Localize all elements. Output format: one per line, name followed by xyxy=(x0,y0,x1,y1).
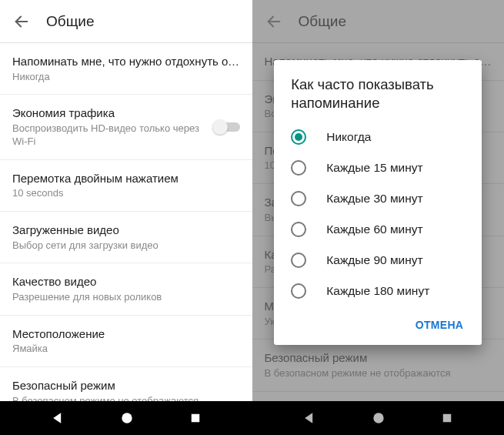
dialog-scrim[interactable]: Как часто показывать напоминание Никогда… xyxy=(252,0,505,435)
phone-right: Общие Напоминать мне, что нужно отдохнут… xyxy=(252,0,505,435)
radio-icon xyxy=(291,222,306,237)
radio-icon xyxy=(291,160,306,176)
toggle-switch[interactable] xyxy=(212,119,240,135)
radio-icon xyxy=(291,253,306,268)
settings-item[interactable]: МестоположениеЯмайка xyxy=(0,316,252,367)
option-label: Каждые 15 минут xyxy=(326,161,422,175)
nav-back[interactable] xyxy=(50,410,65,426)
dialog-option[interactable]: Каждые 90 минут xyxy=(274,245,482,276)
item-title: Местоположение xyxy=(12,326,240,342)
item-title: Качество видео xyxy=(12,274,240,289)
radio-icon xyxy=(291,129,306,145)
settings-item[interactable]: Загруженные видеоВыбор сети для загрузки… xyxy=(0,212,252,263)
item-title: Безопасный режим xyxy=(12,378,240,393)
nav-home[interactable] xyxy=(119,410,135,426)
nav-recent[interactable] xyxy=(189,411,202,425)
dialog-option[interactable]: Каждые 60 минут xyxy=(274,214,482,245)
option-label: Каждые 180 минут xyxy=(326,284,429,298)
appbar-title: Общие xyxy=(46,13,94,30)
dialog-title: Как часто показывать напоминание xyxy=(274,75,482,122)
dialog-actions: ОТМЕНА xyxy=(274,306,482,340)
option-label: Каждые 30 минут xyxy=(326,192,422,206)
appbar: Общие xyxy=(0,0,252,43)
item-subtitle: Никогда xyxy=(12,71,240,84)
svg-rect-2 xyxy=(191,414,199,423)
svg-point-1 xyxy=(122,413,132,423)
radio-icon xyxy=(291,191,306,206)
item-subtitle: Ямайка xyxy=(12,343,240,356)
reminder-dialog: Как часто показывать напоминание Никогда… xyxy=(274,60,482,345)
android-navbar xyxy=(0,401,252,435)
settings-item[interactable]: Качество видеоРазрешение для новых ролик… xyxy=(0,263,252,315)
dialog-option[interactable]: Каждые 15 минут xyxy=(274,152,482,183)
back-button[interactable] xyxy=(6,6,37,37)
radio-icon xyxy=(291,283,306,299)
settings-item[interactable]: Экономия трафикаВоспроизводить HD-видео … xyxy=(0,95,252,159)
item-subtitle: В безопасном режиме не отображаются xyxy=(12,395,240,401)
item-subtitle: Воспроизводить HD-видео только через Wi-… xyxy=(12,122,206,149)
dialog-option[interactable]: Каждые 180 минут xyxy=(274,276,482,306)
item-subtitle: Разрешение для новых роликов xyxy=(12,291,240,304)
cancel-button[interactable]: ОТМЕНА xyxy=(408,313,471,337)
dialog-option[interactable]: Никогда xyxy=(274,122,482,152)
item-subtitle: Выбор сети для загрузки видео xyxy=(12,239,240,253)
item-title: Перемотка двойным нажатием xyxy=(12,171,240,186)
settings-list[interactable]: Напоминать мне, что нужно отдохнуть от…Н… xyxy=(0,43,252,401)
option-label: Каждые 60 минут xyxy=(326,223,422,236)
item-title: Экономия трафика xyxy=(12,105,206,121)
item-title: Загруженные видео xyxy=(12,223,240,238)
phone-left: Общие Напоминать мне, что нужно отдохнут… xyxy=(0,0,252,435)
settings-item[interactable]: Безопасный режимВ безопасном режиме не о… xyxy=(0,367,252,401)
settings-item[interactable]: Перемотка двойным нажатием10 seconds xyxy=(0,160,252,212)
item-subtitle: 10 seconds xyxy=(12,187,240,200)
item-title: Напоминать мне, что нужно отдохнуть от… xyxy=(12,54,240,69)
arrow-back-icon xyxy=(13,13,30,30)
option-label: Никогда xyxy=(326,130,371,144)
option-label: Каждые 90 минут xyxy=(326,253,422,267)
dialog-option[interactable]: Каждые 30 минут xyxy=(274,183,482,214)
settings-item[interactable]: Напоминать мне, что нужно отдохнуть от…Н… xyxy=(0,43,252,95)
